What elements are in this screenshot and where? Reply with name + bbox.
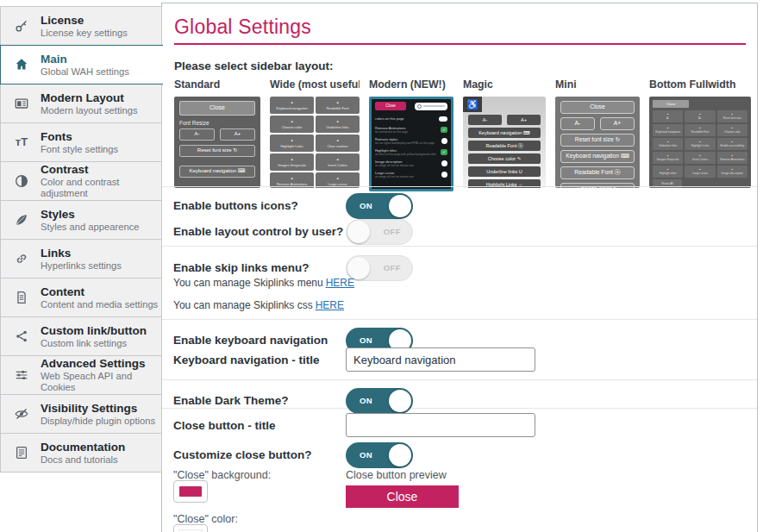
key-icon <box>11 18 32 34</box>
sidebar-item-label: Links <box>41 247 122 260</box>
preview-mini-button: Readable Font <box>316 97 360 114</box>
sidebar-item-label: Content <box>41 285 158 299</box>
preview-mini-button: Readable Font Ⓐ <box>468 141 541 151</box>
customize-close-button-label: Customize close button? <box>173 448 312 462</box>
preview-mini-button: Keyboard navigation <box>270 97 314 114</box>
close-button-title-input[interactable] <box>346 413 535 437</box>
layout-option-modern[interactable]: Modern (NEW!) Close colors on this page … <box>369 78 453 191</box>
close-button-title-label: Close button - title <box>173 419 276 433</box>
sidebar-item-styles[interactable]: StylesStyles and appearence <box>0 200 162 240</box>
customize-close-button-toggle[interactable]: ON <box>346 442 413 468</box>
sidebar-item-custom-link[interactable]: Custom link/buttonCustom link settings <box>0 316 162 356</box>
document-icon <box>11 290 32 305</box>
preview-mini-button: A- <box>560 117 595 130</box>
skiplinks-css-note: You can manage Skiplinks cssHERE <box>173 299 344 311</box>
preview-mini-button: A+ <box>685 110 715 122</box>
sidebar-item-main[interactable]: MainGlobal WAH settings <box>0 45 163 84</box>
layout-preview-magic: ♿ A- A+ Keyboard navigation ⌨Readable Fo… <box>463 97 546 188</box>
preview-mini-button: Highlight titles <box>653 166 683 178</box>
layout-preview-mini: Close A- A+ Reset font size ↻Keyboard na… <box>555 97 640 188</box>
sidebar-item-sublabel: Font style settings <box>41 144 118 155</box>
magnifier-icon <box>417 104 422 109</box>
sidebar-item-sublabel: Styles and appearence <box>41 222 139 233</box>
separator <box>162 246 757 247</box>
sidebar-item-sublabel: Docs and tutorials <box>41 454 125 466</box>
sidebar-item-visibility-settings[interactable]: Visibility SettingsDisplay/hide plugin o… <box>0 394 162 434</box>
toggle-indicator <box>441 172 447 178</box>
layout-option-label: Magic <box>463 78 546 91</box>
layout-preview-standard: Close Font Resize A- A+ Reset font size … <box>174 97 260 188</box>
preview-mini-button: Invert Colors <box>685 152 715 164</box>
sidebar-item-label: Fonts <box>41 130 118 144</box>
toggle-indicator <box>439 116 447 122</box>
preview-close-button: Close <box>179 101 255 116</box>
sidebar-item-content[interactable]: ContentContent and media settings <box>0 278 162 317</box>
layout-option-bottom-fullwidth[interactable]: Bottom Fullwidth Close A-A+Reset font si… <box>649 78 751 191</box>
layout-option-mini[interactable]: Mini Close A- A+ Reset font size ↻Keyboa… <box>555 78 640 191</box>
layout-option-standard[interactable]: Standard Close Font Resize A- A+ Reset f… <box>174 78 260 191</box>
sidebar-item-fonts[interactable]: тT FontsFont style settings <box>0 122 162 162</box>
separator <box>162 319 757 320</box>
separator <box>162 186 757 187</box>
preview-mini-button: Readable Font Ⓐ <box>560 166 635 179</box>
enable-layout-control-label: Enable layout control by user? <box>173 225 343 239</box>
preview-mini-button: Underline links <box>316 116 360 133</box>
share-icon <box>11 329 32 344</box>
enable-buttons-icons-toggle[interactable]: ON <box>346 193 413 219</box>
docs-icon <box>11 445 32 460</box>
enable-buttons-icons-label: Enable buttons icons? <box>173 199 298 213</box>
page-title: Global Settings <box>174 16 746 45</box>
chain-icon <box>11 251 32 266</box>
accessibility-icon: ♿ <box>463 97 482 112</box>
separator <box>162 408 757 409</box>
layout-preview-wide: Keyboard navigationReadable FontChoose c… <box>270 97 360 188</box>
toggle-knob <box>389 444 411 466</box>
preview-mini-button: Reset font size ↻ <box>179 145 255 157</box>
sidebar-item-label: Custom link/button <box>41 324 147 338</box>
sidebar-item-label: Visibility Settings <box>41 402 155 416</box>
sidebar-item-advanced-settings[interactable]: Advanced SettingsWeb Speach API and Cook… <box>0 355 162 395</box>
layout-preview-bottom-fullwidth: Close A-A+Reset font sizeKeyboard naviga… <box>649 97 751 188</box>
preview-toggle-row: Highlight titleson titles on this page w… <box>375 147 447 158</box>
enable-dark-theme-label: Enable Dark Theme? <box>173 394 289 408</box>
sidebar-item-documentation[interactable]: DocumentationDocs and tutorials <box>0 433 162 473</box>
keyboard-navigation-title-input[interactable] <box>346 347 535 372</box>
close-background-swatch[interactable] <box>173 480 208 503</box>
sidebar-item-license[interactable]: LicenseLicense key settings <box>0 6 162 46</box>
preview-mini-button: Choose color <box>270 116 314 133</box>
skiplinks-menu-here-link[interactable]: HERE <box>326 277 354 289</box>
preview-mini-button: Images Greyscale <box>270 153 314 171</box>
layout-option-wide[interactable]: Wide (most useful) Keyboard navigationRe… <box>270 78 360 191</box>
skiplinks-css-here-link[interactable]: HERE <box>316 299 344 311</box>
sidebar-item-links[interactable]: LinksHyperlinks settings <box>0 239 162 279</box>
sidebar-item-contrast[interactable]: ContrastColor and contrast adjustment <box>0 161 162 201</box>
preview-toggle-row: Image descriptionon image alt text on mo… <box>375 158 447 169</box>
enable-layout-control-toggle[interactable]: OFF <box>346 219 413 245</box>
settings-sidebar: LicenseLicense key settings MainGlobal W… <box>0 7 162 473</box>
toggle-indicator <box>441 160 447 166</box>
preview-mini-button: Clear cookies <box>316 135 360 152</box>
preview-mini-button: Highlight Links <box>270 135 314 152</box>
preview-mini-button: A+ <box>220 128 255 141</box>
settings-panel: Global Settings Please select sidebar la… <box>161 3 758 532</box>
enable-skip-links-toggle[interactable]: OFF <box>346 255 413 281</box>
sliders-icon <box>11 367 32 383</box>
sidebar-item-label: Styles <box>41 208 139 222</box>
sidebar-item-sublabel: Hyperlinks settings <box>41 260 122 272</box>
preview-mini-button: Readable Font <box>685 124 715 136</box>
sidebar-item-modern-layout[interactable]: Modern LayoutModern layout settings <box>0 84 162 123</box>
close-color-swatch[interactable] <box>173 524 208 532</box>
separator <box>162 379 757 380</box>
layout-option-label: Modern (NEW!) <box>369 78 453 91</box>
preview-mini-button: Highlight Links <box>685 138 715 150</box>
preview-toggle-row: Remove Animationsno animations on this p… <box>375 124 447 135</box>
layout-preview-modern-selected: Close colors on this page Remove Animati… <box>369 97 453 191</box>
layout-option-magic[interactable]: Magic ♿ A- A+ Keyboard navigation ⌨Reada… <box>463 78 546 191</box>
enable-dark-theme-toggle[interactable]: ON <box>346 388 413 414</box>
home-icon <box>11 57 32 72</box>
leaf-icon <box>11 212 32 228</box>
preview-mini-button: A- <box>653 110 683 122</box>
preview-font-resize-label: Font Resize <box>179 120 255 126</box>
close-button-preview[interactable]: Close <box>346 485 459 508</box>
layout-option-label: Bottom Fullwidth <box>649 78 751 91</box>
